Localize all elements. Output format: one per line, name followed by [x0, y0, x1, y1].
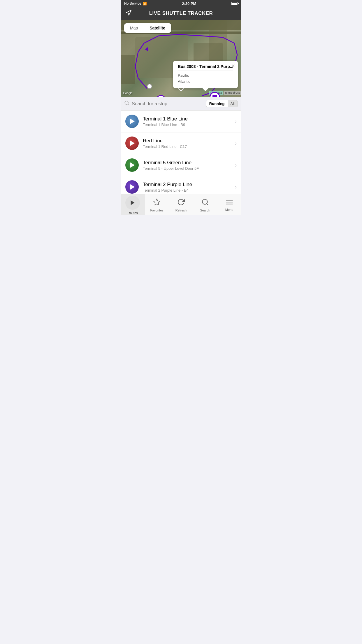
carrier-label: No Service: [124, 1, 141, 6]
tab-menu[interactable]: Menu: [217, 194, 241, 215]
favorites-icon: [153, 198, 161, 208]
popup-close-button[interactable]: ✕: [231, 63, 235, 69]
battery-icon: [231, 2, 238, 5]
route-icon-2: [125, 158, 139, 172]
route-info-2: Terminal 5 Green Line Terminal 5 - Upper…: [143, 160, 231, 171]
main-content: Map Satellite Bus 2003 - Terminal 2 Purp…: [121, 20, 241, 194]
svg-marker-6: [154, 199, 160, 205]
search-icon: [124, 100, 129, 107]
svg-marker-0: [126, 10, 131, 15]
terms-label: Terms of Use: [224, 91, 241, 95]
search-tab-icon: [201, 198, 209, 208]
popup-lines: Pacific Atlantic: [178, 73, 233, 85]
tab-menu-label: Menu: [225, 208, 233, 211]
menu-icon: [226, 199, 233, 207]
map-type-toggle[interactable]: Map Satellite: [124, 23, 171, 33]
search-bar[interactable]: Running All: [121, 97, 241, 111]
route-item-3[interactable]: Terminal 2 Purple Line Terminal 2 Purple…: [121, 176, 241, 194]
svg-marker-2: [145, 47, 148, 51]
routes-tab-active-bg: [125, 196, 140, 210]
refresh-icon: [177, 198, 185, 208]
app-header: LIVE SHUTTLE TRACKER: [121, 7, 241, 20]
route-sub-0: Terminal 1 Blue Line - B9: [143, 123, 231, 127]
route-name-3: Terminal 2 Purple Line: [143, 182, 231, 188]
popup-line-2: Atlantic: [178, 79, 233, 85]
svg-point-3: [125, 101, 128, 104]
tab-search[interactable]: Search: [193, 194, 217, 215]
status-time: 2:30 PM: [182, 1, 196, 6]
wifi-icon: 📶: [143, 2, 147, 6]
tab-favorites-label: Favorites: [150, 209, 164, 212]
route-name-0: Terminal 1 Blue Line: [143, 116, 231, 122]
tab-refresh-label: Refresh: [175, 209, 187, 212]
route-sub-1: Terminal 1 Red Line - C17: [143, 144, 231, 149]
route-sub-3: Terminal 2 Purple Line - E4: [143, 188, 231, 192]
filter-running-button[interactable]: Running: [206, 100, 228, 107]
status-right: [231, 2, 238, 5]
popup-title: Bus 2003 - Terminal 2 Purp...: [178, 64, 233, 71]
svg-marker-5: [131, 200, 135, 205]
stop-marker[interactable]: [147, 84, 152, 89]
chevron-right-1: ›: [235, 140, 237, 146]
tab-bar: Routes Favorites Refresh Search: [121, 194, 241, 215]
route-name-1: Red Line: [143, 138, 231, 144]
route-icon-0: [125, 115, 139, 128]
tab-refresh[interactable]: Refresh: [169, 194, 193, 215]
tab-routes[interactable]: Routes: [121, 194, 145, 215]
tab-favorites[interactable]: Favorites: [145, 194, 169, 215]
page-title: LIVE SHUTTLE TRACKER: [149, 10, 213, 16]
google-watermark: Google: [123, 92, 132, 95]
route-item-1[interactable]: Red Line Terminal 1 Red Line - C17 ›: [121, 132, 241, 154]
info-popup: Bus 2003 - Terminal 2 Purp... ✕ Pacific …: [173, 61, 238, 88]
map-button[interactable]: Map: [124, 23, 144, 33]
chevron-right-2: ›: [235, 162, 237, 168]
route-sub-2: Terminal 5 - Upper Level Door 5F: [143, 166, 231, 171]
chevron-right-0: ›: [235, 118, 237, 125]
route-info-1: Red Line Terminal 1 Red Line - C17: [143, 138, 231, 149]
route-info-0: Terminal 1 Blue Line Terminal 1 Blue Lin…: [143, 116, 231, 127]
location-arrow-icon: [125, 10, 132, 18]
route-item-2[interactable]: Terminal 5 Green Line Terminal 5 - Upper…: [121, 154, 241, 176]
route-info-3: Terminal 2 Purple Line Terminal 2 Purple…: [143, 182, 231, 192]
map-container[interactable]: Map Satellite Bus 2003 - Terminal 2 Purp…: [121, 20, 241, 97]
chevron-right-3: ›: [235, 184, 237, 190]
route-item-0[interactable]: Terminal 1 Blue Line Terminal 1 Blue Lin…: [121, 111, 241, 132]
svg-point-7: [202, 199, 207, 204]
route-icon-3: [125, 180, 139, 194]
svg-line-4: [128, 104, 129, 105]
tab-routes-label: Routes: [128, 211, 138, 215]
satellite-button[interactable]: Satellite: [144, 23, 171, 33]
svg-line-8: [207, 204, 208, 205]
status-bar: No Service 📶 2:30 PM: [121, 0, 241, 7]
route-icon-1: [125, 136, 139, 150]
route-name-2: Terminal 5 Green Line: [143, 160, 231, 166]
search-input[interactable]: [132, 101, 204, 106]
routes-list: Terminal 1 Blue Line Terminal 1 Blue Lin…: [121, 111, 241, 194]
popup-line-1: Pacific: [178, 73, 233, 79]
tab-search-label: Search: [200, 209, 210, 212]
filter-all-button[interactable]: All: [228, 100, 238, 107]
filter-toggle[interactable]: Running All: [206, 100, 238, 107]
status-left: No Service 📶: [124, 1, 147, 6]
